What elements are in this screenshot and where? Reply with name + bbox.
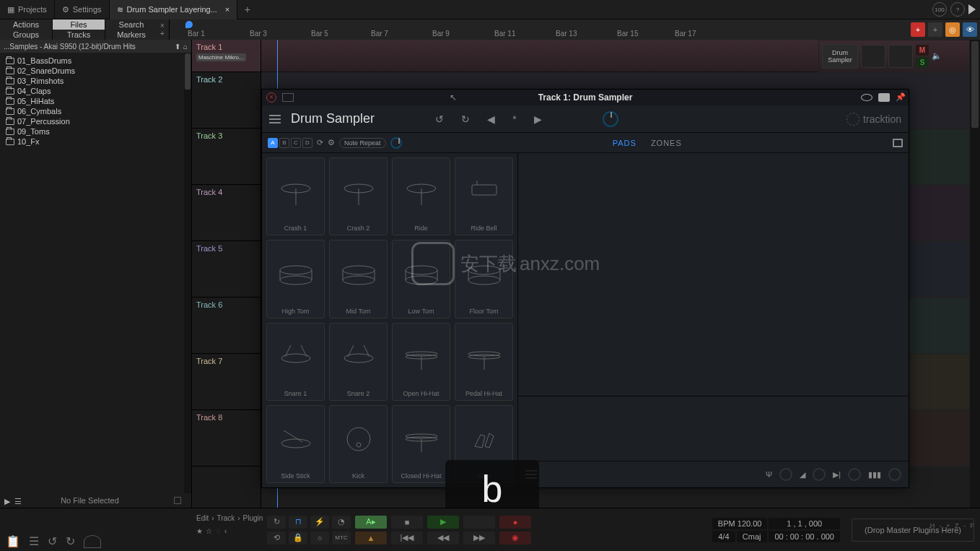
tab-zones[interactable]: ZONES bbox=[651, 139, 682, 147]
play-global-button[interactable] bbox=[968, 4, 976, 14]
folder-item[interactable]: 03_Rimshots bbox=[0, 76, 191, 86]
arm-button[interactable]: A▸ bbox=[355, 516, 387, 529]
visibility-icon[interactable] bbox=[861, 94, 872, 101]
view-button[interactable]: 👁 bbox=[963, 22, 977, 37]
expand-view-icon[interactable] bbox=[893, 139, 903, 147]
redo-global-icon[interactable]: ↻ bbox=[66, 534, 75, 548]
preview-play-icon[interactable]: ▶ bbox=[4, 497, 10, 506]
folder-item[interactable]: 07_Percussion bbox=[0, 116, 191, 126]
sliders-icon[interactable]: ⚙ bbox=[328, 138, 335, 147]
track-header[interactable]: Track 2 bbox=[192, 72, 261, 129]
undo-icon[interactable]: ↺ bbox=[435, 113, 444, 125]
solo-button[interactable]: S bbox=[916, 57, 929, 68]
prev-preset-icon[interactable]: ◀ bbox=[487, 113, 495, 125]
bank-a[interactable]: A bbox=[268, 138, 278, 148]
master-knob[interactable] bbox=[603, 111, 618, 127]
count-in-button[interactable]: ○ bbox=[310, 532, 329, 545]
track-header[interactable]: Track 4 bbox=[192, 185, 261, 241]
menu-actions[interactable]: Actions bbox=[0, 19, 52, 30]
drum-pad[interactable]: Low Tom bbox=[392, 240, 450, 318]
plugin-titlebar[interactable]: × ↖ Track 1: Drum Sampler 📌 bbox=[262, 90, 909, 105]
preview-scroll[interactable] bbox=[174, 497, 181, 504]
track-header[interactable]: Track 1Maschine Mikro... bbox=[192, 40, 261, 72]
panel-close-button[interactable]: × bbox=[157, 22, 167, 30]
menu-markers[interactable]: Markers bbox=[105, 30, 157, 40]
folder-item[interactable]: 02_SnareDrums bbox=[0, 66, 191, 76]
timecode-display[interactable]: 00 : 00 : 00 . 000 bbox=[769, 531, 840, 542]
end-knob[interactable] bbox=[848, 468, 861, 481]
bars-beats-display[interactable]: 1 , 1 , 000 bbox=[769, 518, 840, 529]
plugin-slot[interactable]: Drum Sampler bbox=[822, 44, 858, 69]
track-header[interactable]: Track 6 bbox=[192, 298, 261, 354]
next-preset-icon[interactable]: ▶ bbox=[534, 113, 542, 125]
bank-b[interactable]: B bbox=[279, 138, 289, 148]
drum-pad[interactable]: High Tom bbox=[266, 240, 325, 318]
clipboard-icon[interactable]: 📋 bbox=[6, 534, 20, 548]
play-button[interactable]: ▶ bbox=[427, 516, 459, 529]
record-button[interactable]: ● bbox=[499, 516, 531, 529]
marker-options-button[interactable]: + bbox=[928, 22, 942, 37]
arrange-scrollbar[interactable] bbox=[970, 40, 980, 508]
menu-icon[interactable]: ☰ bbox=[29, 534, 39, 548]
random-icon[interactable]: ⟳ bbox=[317, 138, 323, 147]
folder-item[interactable]: 04_Claps bbox=[0, 86, 191, 96]
mtc-button[interactable]: MTC bbox=[332, 532, 351, 545]
browser-scrollbar[interactable] bbox=[184, 53, 191, 493]
folder-item[interactable]: 10_Fx bbox=[0, 136, 191, 147]
drum-pad[interactable]: Snare 2 bbox=[329, 323, 388, 401]
drum-pad[interactable]: Closed Hi-Hat bbox=[392, 405, 450, 483]
plugin-grid-icon[interactable] bbox=[282, 93, 294, 102]
tab-edit[interactable]: ≋Drum Sampler Layering...× bbox=[110, 0, 238, 19]
pitch-knob[interactable] bbox=[779, 468, 792, 481]
drum-pad[interactable]: Kick bbox=[329, 405, 388, 483]
envelope-area[interactable] bbox=[518, 396, 909, 461]
timesig-display[interactable]: 4/4 bbox=[712, 531, 735, 542]
level-knob[interactable] bbox=[888, 468, 901, 481]
panel-add-button[interactable]: + bbox=[157, 30, 167, 38]
folder-item[interactable]: 01_BassDrums bbox=[0, 56, 191, 66]
lock-button[interactable]: 🔒 bbox=[289, 532, 307, 545]
plugin-slot[interactable] bbox=[888, 45, 913, 68]
rewind-button[interactable]: ◀◀ bbox=[427, 532, 459, 545]
cpu-meter[interactable]: 100 bbox=[932, 2, 947, 17]
wave-icon[interactable] bbox=[84, 535, 101, 548]
tab-settings[interactable]: ⚙Settings bbox=[55, 0, 110, 19]
marker-add-button[interactable]: + bbox=[911, 22, 925, 37]
timeline-ruler[interactable]: Bar 1Bar 3Bar 5Bar 7Bar 9Bar 11Bar 13Bar… bbox=[169, 19, 911, 40]
volume-knob[interactable] bbox=[813, 468, 826, 481]
tab-pads[interactable]: PADS bbox=[613, 139, 636, 147]
close-tab-icon[interactable]: × bbox=[225, 5, 229, 14]
bpm-display[interactable]: BPM 120.00 bbox=[712, 518, 768, 529]
snapshot-icon[interactable] bbox=[878, 93, 890, 102]
note-repeat-knob[interactable] bbox=[390, 137, 402, 149]
menu-search[interactable]: Search bbox=[105, 19, 157, 30]
home-icon[interactable]: ⌂ bbox=[183, 43, 188, 51]
output-icon[interactable]: 🔈 bbox=[932, 51, 943, 61]
up-folder-icon[interactable]: ⬆ bbox=[175, 43, 180, 51]
mute-button[interactable]: M bbox=[916, 45, 929, 56]
drum-pad[interactable]: Floor Tom bbox=[455, 240, 513, 318]
snap-button[interactable]: ⊓ bbox=[289, 516, 307, 529]
pin-icon[interactable]: 📌 bbox=[896, 92, 904, 103]
drum-pad[interactable]: Open Hi-Hat bbox=[392, 323, 450, 401]
help-button[interactable]: ? bbox=[950, 2, 965, 17]
plugin-menu-button[interactable] bbox=[269, 115, 281, 123]
browser-path[interactable]: ...Samples - Akai S950 (12-bit)/Drum Hit… bbox=[0, 40, 191, 53]
drum-pad[interactable]: Pedal Hi-Hat bbox=[455, 323, 513, 401]
drum-pad[interactable]: Side Stick bbox=[266, 405, 325, 483]
drum-pad[interactable]: Mid Tom bbox=[329, 240, 388, 318]
folder-item[interactable]: 09_Toms bbox=[0, 126, 191, 136]
rtz-button[interactable]: |◀◀ bbox=[391, 532, 423, 545]
key-display[interactable]: Cmaj bbox=[737, 531, 767, 542]
tempo-lock-button[interactable]: ⟲ bbox=[267, 532, 286, 545]
loop-button[interactable]: ↻ bbox=[267, 516, 286, 529]
record-arm-button[interactable]: ◉ bbox=[499, 532, 531, 545]
note-repeat-button[interactable]: Note Repeat bbox=[339, 138, 386, 148]
punch-button[interactable]: ◔ bbox=[332, 516, 351, 529]
automation-button[interactable]: ◎ bbox=[945, 22, 960, 37]
stop-button[interactable]: ■ bbox=[391, 516, 423, 529]
drum-pad[interactable]: Crash 2 bbox=[329, 157, 388, 235]
warning-button[interactable]: ▲ bbox=[355, 532, 387, 545]
track-header[interactable]: Track 7 bbox=[192, 354, 261, 410]
drum-pad[interactable]: Snare 1 bbox=[266, 323, 325, 401]
